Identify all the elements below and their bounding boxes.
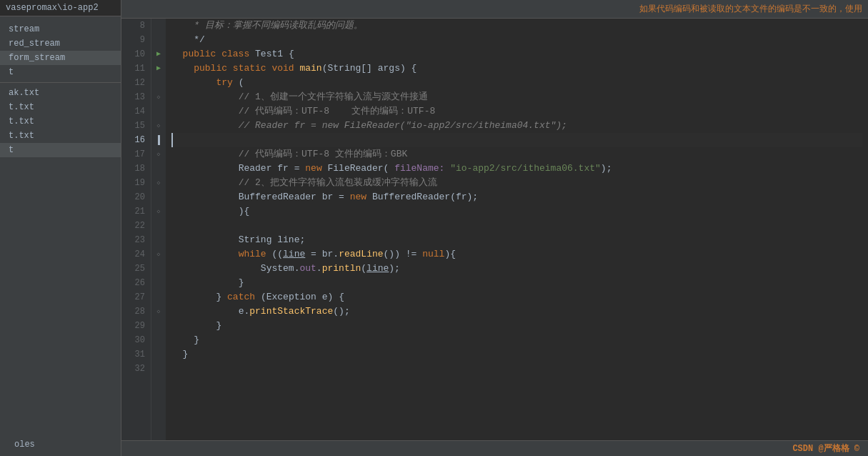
sidebar-path: vasepromax\io-app2	[0, 0, 121, 16]
sidebar-item-form-stream[interactable]: form_stream	[0, 51, 121, 65]
sidebar: vasepromax\io-app2 stream red_stream for…	[0, 0, 121, 456]
sidebar-item-oles[interactable]: oles	[6, 437, 115, 452]
sidebar-tree: stream red_stream form_stream t ak.txt t…	[0, 22, 121, 157]
sidebar-bottom: oles	[0, 433, 121, 456]
gutter-cell-15: ◇	[151, 119, 166, 133]
code-line-18: Reader fr = new FileReader( fileName: "i…	[171, 162, 862, 176]
sidebar-item-t-txt-2[interactable]: t.txt	[0, 114, 121, 129]
line-number-30: 30	[127, 333, 145, 347]
code-line-32	[171, 362, 862, 376]
gutter-cell-9	[151, 33, 166, 47]
sidebar-divider	[0, 82, 121, 83]
breakpoint-diamond-icon: ◇	[157, 247, 161, 262]
breakpoint-diamond-icon: ◇	[157, 176, 161, 190]
gutter-cell-12	[151, 76, 166, 90]
line-number-16: 16	[127, 133, 145, 147]
line-number-32: 32	[127, 362, 145, 376]
code-line-22	[171, 219, 862, 233]
gutter-cell-16	[151, 133, 166, 147]
code-line-19: // 2、把文件字符输入流包装成缓冲字符输入流	[171, 176, 862, 190]
code-line-27: } catch (Exception e) {	[171, 290, 862, 304]
line-number-13: 13	[127, 90, 145, 104]
sidebar-item-t-txt-3[interactable]: t.txt	[0, 129, 121, 143]
code-line-15: // Reader fr = new FileReader("io-app2/s…	[171, 119, 862, 133]
code-line-26: }	[171, 276, 862, 290]
bottom-logo: CSDN @严格格 ©	[792, 442, 859, 455]
gutter-cell-27	[151, 290, 166, 304]
code-content[interactable]: * 目标：掌握不同编码读取乱码的问题。 */ public class Test…	[166, 19, 868, 440]
code-line-14: // 代码编码：UTF-8 文件的编码：UTF-8	[171, 104, 862, 119]
gutter-cell-32	[151, 362, 166, 376]
line-number-20: 20	[127, 190, 145, 204]
sidebar-item-red-stream[interactable]: red_stream	[0, 36, 121, 51]
line-number-23: 23	[127, 233, 145, 247]
sidebar-item-ak-txt[interactable]: ak.txt	[0, 86, 121, 100]
breakpoint-diamond-icon: ◇	[157, 147, 161, 162]
sidebar-item-t-txt-1[interactable]: t.txt	[0, 100, 121, 114]
gutter: ▶▶◇◇◇◇◇◇◇	[151, 19, 166, 440]
gutter-cell-18	[151, 162, 166, 176]
gutter-cell-19: ◇	[151, 176, 166, 190]
code-line-25: System.out.println(line);	[171, 262, 862, 276]
code-line-10: public class Test1 {	[171, 47, 862, 61]
gutter-cell-28: ◇	[151, 304, 166, 319]
code-line-28: e.printStackTrace();	[171, 304, 862, 319]
gutter-cell-23	[151, 233, 166, 247]
line-number-14: 14	[127, 104, 145, 119]
breakpoint-diamond-icon: ◇	[157, 90, 161, 104]
editor-area: 如果代码编码和被读取的文本文件的编码是不一致的，使用 8910111213141…	[121, 0, 868, 456]
code-line-21: ){	[171, 204, 862, 219]
line-number-17: 17	[127, 147, 145, 162]
gutter-cell-21: ◇	[151, 204, 166, 219]
cursor-indicator	[158, 135, 160, 145]
line-number-31: 31	[127, 347, 145, 362]
code-line-16	[171, 133, 862, 147]
breakpoint-diamond-icon: ◇	[157, 204, 161, 219]
line-number-15: 15	[127, 119, 145, 133]
gutter-cell-17: ◇	[151, 147, 166, 162]
line-number-24: 24	[127, 247, 145, 262]
code-line-8: * 目标：掌握不同编码读取乱码的问题。	[171, 19, 862, 33]
code-line-11: public static void main(String[] args) {	[171, 61, 862, 76]
gutter-cell-8	[151, 19, 166, 33]
gutter-cell-13: ◇	[151, 90, 166, 104]
gutter-cell-24: ◇	[151, 247, 166, 262]
gutter-cell-20	[151, 190, 166, 204]
gutter-cell-22	[151, 219, 166, 233]
line-number-27: 27	[127, 290, 145, 304]
line-number-22: 22	[127, 219, 145, 233]
code-line-13: // 1、创建一个文件字符输入流与源文件接通	[171, 90, 862, 104]
line-number-10: 10	[127, 47, 145, 61]
code-line-29: }	[171, 319, 862, 333]
sidebar-item-stream[interactable]: stream	[0, 22, 121, 36]
top-banner: 如果代码编码和被读取的文本文件的编码是不一致的，使用	[121, 0, 868, 19]
line-number-18: 18	[127, 162, 145, 176]
sidebar-item-t1[interactable]: t	[0, 65, 121, 79]
gutter-cell-11: ▶	[151, 61, 166, 76]
gutter-cell-26	[151, 276, 166, 290]
line-number-25: 25	[127, 262, 145, 276]
code-line-20: BufferedReader br = new BufferedReader(f…	[171, 190, 862, 204]
code-line-31: }	[171, 347, 862, 362]
code-editor[interactable]: 8910111213141516171819202122232425262728…	[121, 19, 868, 440]
line-numbers: 8910111213141516171819202122232425262728…	[121, 19, 151, 440]
run-arrow-icon: ▶	[156, 61, 161, 76]
line-number-19: 19	[127, 176, 145, 190]
gutter-cell-31	[151, 347, 166, 362]
code-line-30: }	[171, 333, 862, 347]
gutter-cell-10: ▶	[151, 47, 166, 61]
gutter-cell-14	[151, 104, 166, 119]
code-line-12: try (	[171, 76, 862, 90]
banner-text: 如果代码编码和被读取的文本文件的编码是不一致的，使用	[639, 4, 862, 14]
line-number-11: 11	[127, 61, 145, 76]
code-line-9: */	[171, 33, 862, 47]
line-number-28: 28	[127, 304, 145, 319]
breakpoint-diamond-icon: ◇	[157, 304, 161, 319]
sidebar-item-t2[interactable]: t	[0, 143, 121, 157]
line-number-29: 29	[127, 319, 145, 333]
gutter-cell-30	[151, 333, 166, 347]
line-number-12: 12	[127, 76, 145, 90]
line-number-9: 9	[127, 33, 145, 47]
line-number-8: 8	[127, 19, 145, 33]
code-line-17: // 代码编码：UTF-8 文件的编码：GBK	[171, 147, 862, 162]
